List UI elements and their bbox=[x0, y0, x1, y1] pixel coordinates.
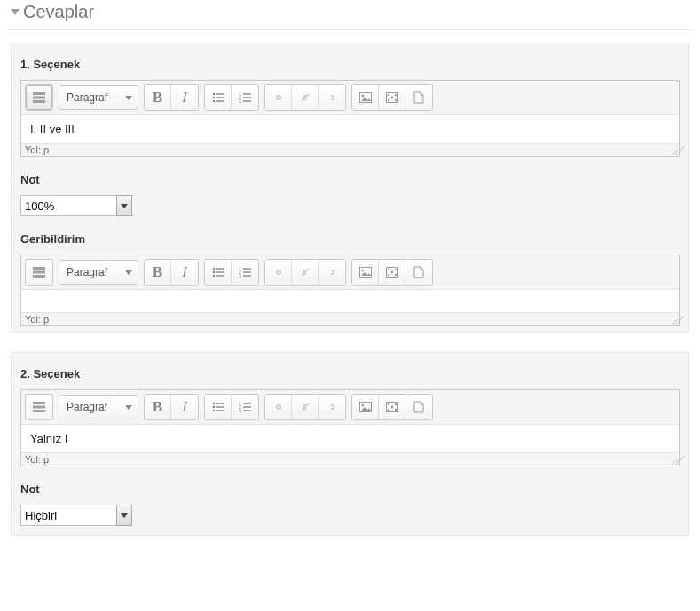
svg-point-40 bbox=[361, 270, 364, 272]
section-header[interactable]: Cevaplar bbox=[7, 0, 693, 30]
feedback-editor-1: Paragraf B I 123 Yol bbox=[20, 255, 680, 326]
svg-rect-14 bbox=[243, 100, 251, 102]
file-button[interactable] bbox=[405, 260, 432, 285]
editor-toolbar: Paragraf B I 123 bbox=[21, 255, 679, 289]
svg-point-51 bbox=[212, 406, 215, 409]
chevron-down-icon bbox=[125, 405, 132, 410]
format-select[interactable]: Paragraf bbox=[59, 85, 138, 110]
svg-rect-54 bbox=[216, 410, 224, 411]
file-button[interactable] bbox=[405, 395, 432, 419]
unlink-button[interactable] bbox=[292, 395, 319, 419]
bold-button[interactable]: B bbox=[145, 260, 171, 285]
svg-rect-43 bbox=[395, 269, 397, 270]
svg-rect-0 bbox=[33, 92, 45, 95]
resize-grip-icon[interactable] bbox=[667, 145, 678, 155]
svg-rect-29 bbox=[216, 271, 224, 273]
svg-rect-20 bbox=[395, 94, 397, 96]
grade-select-wrap: Hiçbiri bbox=[20, 505, 132, 526]
svg-rect-35 bbox=[243, 271, 251, 273]
collapse-caret-icon bbox=[11, 9, 20, 15]
svg-point-28 bbox=[212, 271, 215, 274]
svg-rect-22 bbox=[395, 99, 397, 101]
image-button[interactable] bbox=[352, 85, 379, 110]
italic-button[interactable]: I bbox=[171, 395, 198, 419]
svg-rect-23 bbox=[33, 267, 45, 270]
anchor-button[interactable] bbox=[319, 85, 345, 110]
toolbar-toggle-button[interactable] bbox=[26, 260, 52, 285]
resize-grip-icon[interactable] bbox=[667, 454, 678, 465]
editor-path-bar: Yol: p bbox=[21, 143, 679, 156]
select-dropdown-button[interactable] bbox=[116, 195, 132, 216]
svg-rect-12 bbox=[243, 97, 251, 98]
chevron-down-icon bbox=[125, 96, 132, 100]
anchor-button[interactable] bbox=[319, 395, 345, 419]
option-block-1: 1. Seçenek Paragraf B I bbox=[11, 43, 689, 333]
svg-rect-58 bbox=[243, 406, 251, 408]
answer-editor-2: Paragraf B I 123 Yalnız I bbox=[20, 389, 680, 466]
svg-point-7 bbox=[212, 100, 215, 103]
svg-rect-2 bbox=[33, 100, 45, 103]
numbered-list-button[interactable]: 123 bbox=[232, 395, 258, 419]
svg-rect-42 bbox=[388, 269, 389, 270]
unlink-button[interactable] bbox=[292, 85, 319, 110]
toolbar-toggle-button[interactable] bbox=[26, 85, 52, 110]
svg-rect-60 bbox=[243, 410, 251, 411]
grade-label: Not bbox=[20, 482, 680, 496]
bold-button[interactable]: B bbox=[145, 395, 171, 419]
svg-rect-65 bbox=[388, 403, 389, 405]
editor-toolbar: Paragraf B I 123 bbox=[21, 81, 679, 114]
image-button[interactable] bbox=[352, 260, 379, 285]
media-button[interactable] bbox=[379, 85, 405, 110]
bullet-list-button[interactable] bbox=[205, 85, 232, 110]
svg-rect-8 bbox=[216, 100, 224, 102]
format-select-label: Paragraf bbox=[67, 401, 107, 413]
unlink-button[interactable] bbox=[292, 260, 319, 285]
link-button[interactable] bbox=[265, 395, 292, 419]
link-button[interactable] bbox=[265, 260, 292, 285]
feedback-content-input[interactable] bbox=[21, 289, 679, 312]
grade-select[interactable]: Hiçbiri bbox=[20, 505, 116, 526]
svg-rect-47 bbox=[33, 406, 45, 409]
section-title: Cevaplar bbox=[23, 2, 94, 22]
format-select[interactable]: Paragraf bbox=[59, 260, 138, 285]
media-button[interactable] bbox=[379, 260, 405, 285]
format-select-label: Paragraf bbox=[67, 266, 107, 278]
answer-content-input[interactable]: I, II ve III bbox=[21, 114, 679, 143]
editor-path-bar: Yol: p bbox=[21, 312, 679, 325]
image-button[interactable] bbox=[352, 395, 379, 419]
grade-select-wrap: 100% bbox=[20, 195, 132, 216]
svg-rect-4 bbox=[216, 93, 224, 95]
link-button[interactable] bbox=[265, 85, 292, 110]
bullet-list-button[interactable] bbox=[205, 260, 232, 285]
file-button[interactable] bbox=[405, 85, 432, 110]
select-dropdown-button[interactable] bbox=[116, 505, 132, 526]
media-button[interactable] bbox=[379, 395, 405, 419]
format-select[interactable]: Paragraf bbox=[59, 395, 138, 419]
italic-button[interactable]: I bbox=[171, 85, 198, 110]
answer-content-input[interactable]: Yalnız I bbox=[21, 424, 679, 452]
anchor-button[interactable] bbox=[319, 260, 345, 285]
svg-rect-44 bbox=[388, 274, 389, 276]
chevron-down-icon bbox=[121, 204, 128, 208]
svg-rect-37 bbox=[243, 275, 251, 277]
svg-rect-19 bbox=[388, 94, 389, 96]
svg-rect-31 bbox=[216, 275, 224, 277]
chevron-down-icon bbox=[125, 270, 132, 275]
bullet-list-button[interactable] bbox=[205, 395, 232, 419]
svg-point-53 bbox=[212, 410, 215, 412]
numbered-list-button[interactable]: 123 bbox=[232, 85, 258, 110]
svg-point-17 bbox=[361, 95, 364, 98]
svg-rect-46 bbox=[33, 402, 45, 404]
italic-button[interactable]: I bbox=[171, 260, 198, 285]
option-heading: 1. Seçenek bbox=[20, 58, 680, 71]
toolbar-toggle-button[interactable] bbox=[26, 395, 52, 419]
svg-rect-33 bbox=[243, 268, 251, 270]
resize-grip-icon[interactable] bbox=[667, 314, 678, 325]
bold-button[interactable]: B bbox=[145, 85, 171, 110]
grade-select[interactable]: 100% bbox=[20, 195, 116, 216]
svg-rect-52 bbox=[216, 406, 224, 408]
svg-rect-27 bbox=[216, 268, 224, 270]
svg-rect-25 bbox=[33, 275, 45, 278]
numbered-list-button[interactable]: 123 bbox=[232, 260, 258, 285]
path-text: Yol: p bbox=[25, 314, 49, 325]
